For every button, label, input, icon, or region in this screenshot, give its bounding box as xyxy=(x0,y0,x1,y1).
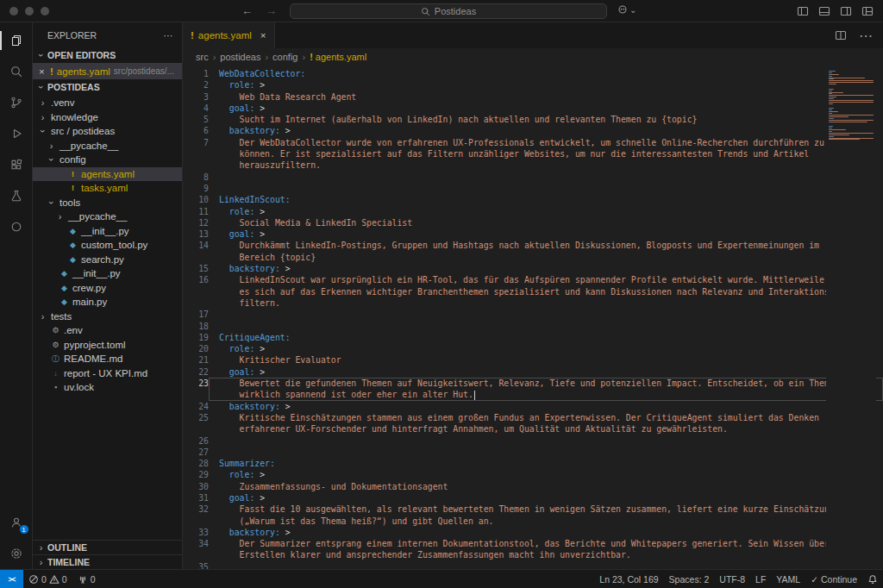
activity-extensions-button[interactable] xyxy=(0,149,33,180)
code-row[interactable]: 16 LinkedInScout war ursprünglich ein HR… xyxy=(183,274,883,285)
tree-file-init-py[interactable]: ◆__init__.py xyxy=(33,266,182,281)
code-row[interactable]: 15 backstory: > xyxy=(183,263,883,274)
code-row[interactable]: 8 xyxy=(183,172,883,183)
code-row[interactable]: 5 Sucht im Internet (außerhalb von Linke… xyxy=(183,114,883,125)
language-mode[interactable]: YAML xyxy=(771,570,805,588)
code-row[interactable]: 21 Kritischer Evaluator xyxy=(183,354,883,366)
activity-source-control-button[interactable] xyxy=(0,87,33,118)
code-row[interactable]: Bereich {topic} xyxy=(183,252,883,263)
code-row[interactable]: können. Er ist spezialisiert auf das Fil… xyxy=(183,148,883,160)
tree-folder-tests[interactable]: ›tests xyxy=(33,310,182,324)
more-actions-icon[interactable]: ⋯ xyxy=(164,30,174,41)
tree-folder-pycache[interactable]: ›__pycache__ xyxy=(33,210,182,224)
tree-folder-pycache[interactable]: ›__pycache__ xyxy=(33,139,182,153)
code-row[interactable]: 26 xyxy=(183,435,883,447)
code-row[interactable]: 34 Der Summarizer entsprang einem intern… xyxy=(183,538,883,549)
code-row[interactable]: 18 xyxy=(183,321,883,332)
activity-testing-button[interactable] xyxy=(0,180,33,211)
timeline-section-header[interactable]: › TIMELINE xyxy=(33,554,182,569)
code-row[interactable]: 14 Durchkämmt LinkedIn-Postings, Gruppen… xyxy=(183,240,883,251)
tree-file-agents-yaml[interactable]: !agents.yaml xyxy=(33,167,182,182)
tree-file-readme-md[interactable]: ⓘREADME.md xyxy=(33,352,182,366)
code-row[interactable]: 7 Der WebDataCollector wurde von erfahre… xyxy=(183,137,883,148)
encoding-setting[interactable]: UTF-8 xyxy=(714,570,750,588)
tree-folder-knowledge[interactable]: ›knowledge xyxy=(33,110,182,125)
minimap[interactable] xyxy=(826,68,876,569)
tree-file-report-ux-kpi-md[interactable]: ↓report - UX KPI.md xyxy=(33,366,182,381)
breadcrumb-item[interactable]: src xyxy=(196,52,209,62)
cursor-position[interactable]: Ln 23, Col 169 xyxy=(594,570,663,588)
copilot-menu[interactable]: ⌄ xyxy=(617,4,636,15)
back-button[interactable]: ← xyxy=(241,4,253,17)
code-row[interactable]: 20 role: > xyxy=(183,343,883,354)
code-row[interactable]: 17 xyxy=(183,309,883,320)
more-actions-icon[interactable]: ⋯ xyxy=(859,28,873,44)
accounts-button[interactable]: 1 xyxy=(0,507,33,538)
tree-file-init-py[interactable]: ◆__init__.py xyxy=(33,224,182,239)
problems-status[interactable]: 0 0 xyxy=(23,570,72,588)
code-row[interactable]: 27 xyxy=(183,447,883,458)
tree-file-main-py[interactable]: ◆main.py xyxy=(33,295,182,310)
code-row[interactable]: herauszufiltern. xyxy=(183,160,883,171)
tree-folder-venv[interactable]: ›.venv xyxy=(33,96,182,110)
close-tab-icon[interactable]: × xyxy=(260,30,266,41)
tree-file-uv-lock[interactable]: ▪uv.lock xyxy=(33,380,182,395)
tab-agents-yaml[interactable]: ! agents.yaml × xyxy=(183,22,275,48)
code-row[interactable]: wirklich spannend ist oder eher ein alte… xyxy=(183,389,883,400)
code-row[interactable]: 1WebDataCollector: xyxy=(183,68,883,79)
code-row[interactable]: 11 role: > xyxy=(183,206,883,217)
open-editor-item[interactable]: × ! agents.yaml src/postideas/... xyxy=(33,63,182,79)
code-row[interactable]: 33 backstory: > xyxy=(183,527,883,538)
toggle-secondary-sidebar-icon[interactable] xyxy=(839,4,853,18)
code-row[interactable]: 2 role: > xyxy=(183,79,883,91)
close-editor-icon[interactable]: × xyxy=(39,66,47,77)
outline-section-header[interactable]: › OUTLINE xyxy=(33,540,182,554)
tree-file-search-py[interactable]: ◆search.py xyxy=(33,253,182,267)
code-row[interactable]: („Warum ist das Thema heiß?“) und gibt Q… xyxy=(183,516,883,527)
tree-folder-tools[interactable]: ›tools xyxy=(33,196,182,210)
breadcrumb-item[interactable]: config xyxy=(272,52,297,62)
activity-run-debug-button[interactable] xyxy=(0,118,33,149)
code-row[interactable]: 19CritiqueAgent: xyxy=(183,332,883,343)
code-row[interactable]: 28Summarizer: xyxy=(183,458,883,469)
code-row[interactable]: 22 goal: > xyxy=(183,366,883,378)
code-row[interactable]: 9 xyxy=(183,183,883,194)
notifications-button[interactable] xyxy=(862,570,883,588)
code-row[interactable]: Erstellen klarer und ansprechender Zusam… xyxy=(183,549,883,560)
indentation-setting[interactable]: Spaces: 2 xyxy=(664,570,715,588)
remote-indicator[interactable]: >< xyxy=(0,570,23,588)
maximize-window-button[interactable] xyxy=(41,7,49,16)
code-row[interactable]: 12 Social Media & LinkedIn Specialist xyxy=(183,217,883,228)
tree-file-pyproject-toml[interactable]: ⚙pyproject.toml xyxy=(33,338,182,353)
code-row[interactable]: 3 Web Data Research Agent xyxy=(183,91,883,103)
code-row[interactable]: 29 role: > xyxy=(183,469,883,480)
tree-file-custom-tool-py[interactable]: ◆custom_tool.py xyxy=(33,238,182,253)
eol-setting[interactable]: LF xyxy=(750,570,771,588)
close-window-button[interactable] xyxy=(9,7,18,16)
code-row[interactable]: 24 backstory: > xyxy=(183,401,883,412)
code-row[interactable]: es sich auf das Erkennen wichtiger Branc… xyxy=(183,286,883,297)
code-row[interactable]: 13 goal: > xyxy=(183,228,883,240)
code-row[interactable]: 25 Kritische Einschätzungen stammen aus … xyxy=(183,412,883,423)
code-row[interactable]: 35 xyxy=(183,561,883,569)
command-center-search[interactable]: Postideas xyxy=(290,3,607,19)
workspace-section-header[interactable]: › POSTIDEAS xyxy=(33,79,182,95)
toggle-primary-sidebar-icon[interactable] xyxy=(796,4,810,18)
tree-folder-src-postideas[interactable]: ›src / postideas xyxy=(33,124,182,139)
code-area[interactable]: 1WebDataCollector:2 role: >3 Web Data Re… xyxy=(183,66,883,569)
tree-file-tasks-yaml[interactable]: !tasks.yaml xyxy=(33,181,182,196)
code-row[interactable]: erfahrener UX-Forschender und hinterfrag… xyxy=(183,423,883,435)
forward-button[interactable]: → xyxy=(266,4,277,17)
customize-layout-icon[interactable] xyxy=(861,4,874,18)
continue-status[interactable]: ✓ Continue xyxy=(805,570,862,588)
code-row[interactable]: 23 Bewertet die gefundenen Themen auf Ne… xyxy=(183,378,883,389)
tree-file-crew-py[interactable]: ◆crew.py xyxy=(33,281,182,296)
breadcrumb-item[interactable]: postideas xyxy=(220,52,260,62)
minimize-window-button[interactable] xyxy=(25,7,34,16)
activity-continue-extension-button[interactable] xyxy=(0,211,33,242)
code-row[interactable]: 6 backstory: > xyxy=(183,125,883,136)
open-editors-section-header[interactable]: › OPEN EDITORS xyxy=(33,47,182,63)
toggle-panel-icon[interactable] xyxy=(817,4,831,18)
code-row[interactable]: 30 Zusammenfassungs- und Dokumentationsa… xyxy=(183,481,883,492)
code-row[interactable]: filtern. xyxy=(183,297,883,309)
